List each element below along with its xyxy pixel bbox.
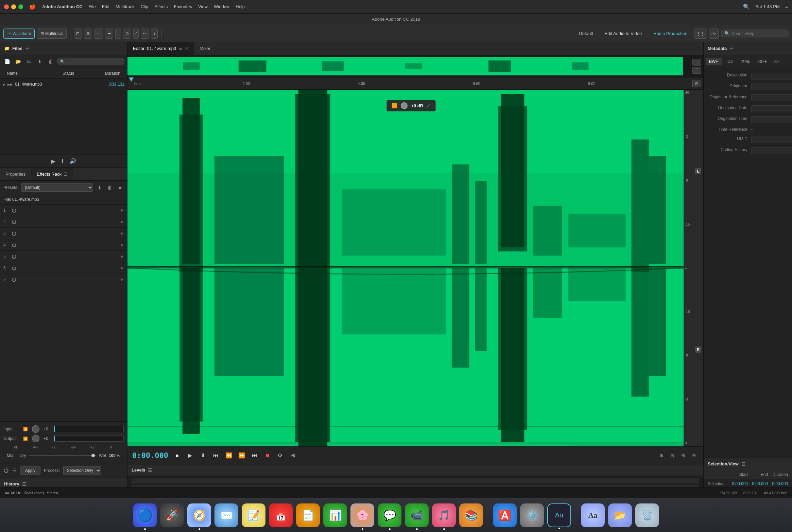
new-file-btn[interactable]: 📄 (3, 58, 12, 65)
dock-sysprefs[interactable]: ⚙️ (520, 503, 544, 527)
slot-power-1[interactable]: ⏻ (12, 208, 16, 213)
close-button[interactable] (4, 4, 9, 9)
go-to-end-btn[interactable]: ⏭ (250, 451, 259, 460)
editor-tab-mixer[interactable]: Mixer (194, 42, 216, 55)
lasso-btn[interactable]: ⊙ (123, 29, 131, 39)
slot-power-2[interactable]: ⏻ (12, 219, 16, 225)
tab-close-btn[interactable]: ✕ (185, 46, 188, 51)
power-icon[interactable]: ⏻ (3, 467, 9, 474)
slot-power-5[interactable]: ⏻ (12, 254, 16, 259)
sel-view-menu-icon[interactable]: ☰ (741, 461, 746, 467)
pencil-btn[interactable]: ✏ (141, 29, 149, 39)
notification-icon[interactable]: ≡ (785, 4, 788, 10)
slot-arrow-7[interactable]: ▶ (121, 278, 124, 281)
menu-window[interactable]: Window (214, 4, 229, 9)
favorite-preset-btn[interactable]: ★ (116, 184, 124, 191)
zoom-out-amplitude-btn[interactable]: ⊖ (690, 451, 699, 460)
editor-tab-main[interactable]: Editor: 01. 4ware.mp3 ☰ ✕ (127, 42, 194, 55)
sv-selection-end[interactable]: 0:00.000 (748, 481, 768, 486)
history-menu-icon[interactable]: ☰ (22, 481, 27, 487)
menu-favorites[interactable]: Favorites (174, 4, 192, 9)
loop-record-btn[interactable]: ⟳ (276, 451, 285, 460)
dock-numbers[interactable]: 📊 (323, 503, 347, 527)
radio-production-mode-btn[interactable]: Radio Production (649, 30, 692, 37)
files-volume-btn[interactable]: 🔊 (69, 158, 76, 164)
mix-knob[interactable] (91, 454, 95, 457)
slot-arrow-6[interactable]: ▶ (121, 266, 124, 270)
tab-bwf[interactable]: BWF (706, 58, 722, 65)
record-btn[interactable]: ⏺ (263, 451, 272, 460)
metadata-menu-icon[interactable]: ☰ (729, 46, 734, 51)
effects-rack-menu-icon[interactable]: ☰ (64, 172, 67, 177)
input-knob[interactable] (32, 425, 39, 433)
brush-btn[interactable]: ⌇ (151, 29, 158, 39)
files-search-input[interactable] (57, 58, 124, 65)
process-select[interactable]: Selection Only (63, 466, 101, 475)
levels-menu-icon[interactable]: ☰ (148, 467, 152, 473)
waveform-mode-btn[interactable]: 〜 Waveform (3, 29, 35, 39)
zoom-in-amplitude-btn[interactable]: ⊕ (679, 451, 688, 460)
tab-properties[interactable]: Properties (0, 168, 31, 180)
originator-input[interactable] (751, 84, 792, 90)
cursor-btn[interactable]: I (115, 29, 121, 39)
dock-ibooks[interactable]: 📚 (459, 503, 483, 527)
dock-pages[interactable]: 📄 (296, 503, 320, 527)
waveform-overview[interactable]: ⊞ ☰ (127, 55, 703, 77)
minimize-button[interactable] (11, 4, 16, 9)
move-btn[interactable]: ↔ (94, 29, 103, 39)
output-slider[interactable] (54, 436, 124, 442)
coding-history-input[interactable] (751, 147, 792, 154)
slot-arrow-3[interactable]: ▶ (121, 231, 124, 235)
tab-id3[interactable]: ID3 (723, 58, 736, 65)
files-export-btn[interactable]: ⬆ (60, 158, 65, 164)
dock-appstore[interactable]: 🅰️ (493, 503, 517, 527)
search-input[interactable] (732, 31, 783, 36)
dock-itunes[interactable]: 🎵 (432, 503, 456, 527)
tab-effects-rack[interactable]: Effects Rack ☰ (31, 168, 73, 180)
selection-tool-btn[interactable]: ⊡ (74, 29, 82, 39)
description-input[interactable] (751, 73, 792, 79)
slot-power-7[interactable]: ⏻ (12, 277, 16, 282)
expand-btn[interactable]: >> (709, 29, 719, 39)
files-play-btn[interactable]: ▶ (51, 158, 55, 164)
zoom-out-time-btn[interactable]: ⊖ (668, 451, 677, 460)
dock-trash[interactable]: 🗑️ (635, 503, 659, 527)
dock-finder[interactable]: 🔵 (133, 503, 157, 527)
menu-effects[interactable]: Effects (154, 4, 168, 9)
rewind-btn[interactable]: ⏪ (224, 451, 234, 460)
orig-time-input[interactable] (751, 116, 792, 123)
search-bar[interactable]: 🔍 (721, 30, 789, 37)
menu-view[interactable]: View (198, 4, 208, 9)
waveform-main[interactable]: 📶 +0 dB ⤢ dB -3 -9 -15 –∞ -15 -9 -3 0 L … (127, 90, 703, 446)
expand-icon[interactable]: ▶ (3, 83, 5, 86)
stop-btn[interactable]: ■ (172, 451, 182, 460)
dock-calendar[interactable]: 📅 (269, 503, 293, 527)
slot-arrow-1[interactable]: ▶ (121, 208, 124, 212)
default-mode-btn[interactable]: Default (574, 30, 598, 37)
edit-audio-mode-btn[interactable]: Edit Audio to Video (600, 30, 647, 37)
files-panel-menu-icon[interactable]: ☰ (25, 46, 30, 51)
dock-messages[interactable]: 💬 (378, 503, 401, 527)
play-btn[interactable]: ▶ (185, 451, 195, 460)
metadata-more-tabs-icon[interactable]: >> (772, 59, 780, 64)
overview-fit-btn[interactable]: ⊞ (692, 59, 701, 66)
volume-expand-icon[interactable]: ⤢ (427, 103, 431, 108)
volume-knob[interactable] (401, 102, 408, 109)
dock-safari[interactable]: 🧭 (187, 503, 211, 527)
zoom-in-time-btn[interactable]: ⊕ (657, 451, 666, 460)
slot-power-3[interactable]: ⏻ (12, 231, 16, 236)
sv-selection-start[interactable]: 0:00.000 (728, 481, 748, 486)
open-file-btn[interactable]: 📂 (14, 58, 22, 65)
umid-input[interactable] (751, 137, 792, 143)
slot-arrow-2[interactable]: ▶ (121, 220, 124, 224)
dock-notes[interactable]: 📝 (242, 503, 265, 527)
dock-photos[interactable]: 🌸 (350, 503, 374, 527)
spotlight-icon[interactable]: 🔍 (743, 3, 750, 10)
list-icon[interactable]: ☰ (12, 468, 17, 473)
dock-mail[interactable]: ✉️ (214, 503, 238, 527)
orig-date-input[interactable] (751, 105, 792, 112)
menu-help[interactable]: Help (236, 4, 245, 9)
multitrack-mode-btn[interactable]: ⊞ Multitrack (37, 29, 66, 39)
save-preset-btn[interactable]: ⬇ (96, 184, 103, 191)
presets-select[interactable]: (Default) (21, 183, 93, 192)
